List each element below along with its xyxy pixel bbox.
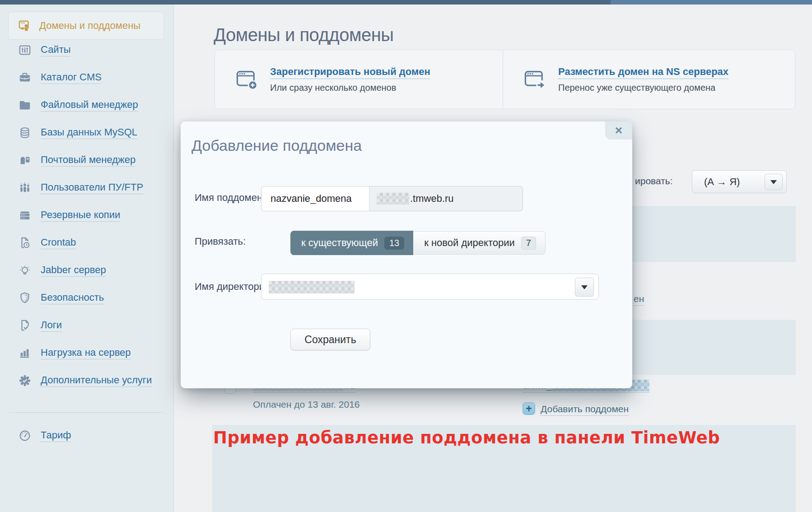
chevron-down-icon	[581, 285, 588, 289]
sidebar-item-label: Каталог CMS	[41, 71, 102, 84]
modal-close-button[interactable]: ×	[605, 121, 632, 140]
add-subdomain-modal: × Добавление поддомена Имя поддомена: .t…	[181, 121, 632, 388]
sidebar-item-label: Jabber сервер	[41, 264, 106, 277]
tariff-icon	[18, 429, 32, 442]
sidebar-divider	[9, 412, 163, 413]
register-domain-icon	[235, 68, 258, 91]
sidebar-item-cms-catalog[interactable]: Каталог CMS	[0, 64, 173, 91]
sidebar-item-label: Резервные копии	[41, 209, 120, 222]
sidebar-item-domains[interactable]: Домены и поддомены	[8, 12, 164, 40]
domain-suffix-text: .tmweb.ru	[410, 193, 454, 205]
bind-existing-directory-option[interactable]: к существующей 13	[290, 231, 413, 255]
bind-label: Привязать:	[195, 236, 246, 247]
sidebar-item-extra-services[interactable]: Дополнительные услуги	[0, 367, 173, 394]
sidebar: Домены и поддомены Сайты Каталог CMS Фай…	[0, 5, 174, 512]
cms-catalog-icon	[18, 71, 32, 84]
directory-bind-toggle: к существующей 13 к новой директории 7	[290, 231, 546, 255]
redacted-account-name	[377, 193, 409, 205]
sidebar-item-label: Сайты	[41, 44, 71, 56]
sidebar-item-server-load[interactable]: Нагрузка на сервер	[0, 339, 173, 367]
domains-icon	[18, 19, 31, 33]
sidebar-item-mysql[interactable]: Базы данных MySQL	[0, 119, 173, 146]
mysql-icon	[18, 126, 32, 140]
register-domain-subtitle: Или сразу несколько доменов	[270, 83, 430, 93]
sidebar-item-logs[interactable]: Логи	[0, 312, 173, 339]
top-accent-bar-right	[611, 0, 812, 5]
domain-suffix-field: .tmweb.ru	[369, 186, 523, 211]
host-domain-icon	[523, 68, 546, 91]
crontab-icon	[18, 236, 32, 250]
modal-title: Добавление поддомена	[191, 137, 362, 154]
timeweb-panel: Домены и поддомены Сайты Каталог CMS Фай…	[0, 0, 812, 512]
sidebar-item-label: Пользователи ПУ/FTP	[41, 182, 143, 194]
sidebar-item-security[interactable]: Безопасность	[0, 284, 173, 312]
count-badge: 13	[384, 237, 404, 250]
chevron-down-icon	[770, 180, 777, 184]
register-domain-link[interactable]: Зарегистрировать новый домен	[270, 66, 430, 79]
sort-value: (А → Я)	[692, 176, 740, 188]
sidebar-item-sites[interactable]: Сайты	[0, 36, 173, 64]
host-domain-subtitle: Перенос уже существующего домена	[558, 83, 728, 93]
sidebar-item-label: Файловый менеджер	[41, 99, 138, 112]
subdomain-name-label: Имя поддомена:	[195, 192, 271, 204]
directory-select[interactable]	[261, 274, 599, 300]
file-manager-icon	[18, 98, 32, 112]
sidebar-item-tariff[interactable]: Тариф	[0, 422, 173, 449]
sidebar-item-label: Почтовый менеджер	[41, 154, 135, 167]
logs-icon	[18, 319, 32, 332]
top-accent-bar	[0, 0, 812, 5]
annotation-caption: Пример добавление поддомена в панели Tim…	[213, 428, 720, 447]
sidebar-menu: Сайты Каталог CMS Файловый менеджер Базы…	[0, 36, 173, 394]
sidebar-item-mail-manager[interactable]: Почтовый менеджер	[0, 146, 173, 174]
directory-select-button[interactable]	[575, 278, 594, 297]
host-domain-action: Разместить домен на NS серверах Перенос …	[503, 50, 795, 109]
sidebar-item-label: Логи	[41, 319, 62, 332]
save-button[interactable]: Сохранить	[290, 329, 370, 350]
server-load-icon	[18, 346, 32, 360]
sidebar-item-label: Нагрузка на сервер	[41, 347, 131, 359]
backups-icon	[18, 209, 32, 222]
count-badge: 7	[521, 237, 536, 250]
sort-label-fragment: ировать:	[635, 176, 673, 186]
page-title: Домены и поддомены	[214, 25, 393, 45]
sidebar-item-label: Дополнительные услуги	[41, 374, 152, 387]
domain-actions-card: Зарегистрировать новый домен Или сразу н…	[215, 50, 795, 109]
mail-manager-icon	[18, 154, 32, 167]
sidebar-item-label: Базы данных MySQL	[41, 126, 137, 139]
subdomain-name-input[interactable]	[261, 186, 369, 211]
users-icon	[18, 181, 32, 195]
extra-services-icon	[18, 374, 32, 387]
sidebar-item-label: Crontab	[41, 237, 76, 249]
close-icon: ×	[615, 123, 622, 138]
sidebar-item-backups[interactable]: Резервные копии	[0, 201, 173, 229]
sidebar-item-users-ftp[interactable]: Пользователи ПУ/FTP	[0, 174, 173, 201]
sidebar-item-label: Безопасность	[41, 292, 104, 304]
sidebar-item-jabber[interactable]: Jabber сервер	[0, 256, 173, 284]
redacted-directory-name	[269, 281, 355, 293]
sidebar-item-label: Тариф	[41, 429, 71, 442]
host-domain-link[interactable]: Разместить домен на NS серверах	[558, 66, 728, 79]
register-domain-action: Зарегистрировать новый домен Или сразу н…	[215, 50, 503, 109]
sidebar-item-file-manager[interactable]: Файловый менеджер	[0, 91, 173, 119]
sort-dropdown[interactable]: (А → Я)	[692, 170, 787, 193]
security-icon	[18, 291, 32, 305]
sites-icon	[18, 43, 32, 57]
sidebar-item-crontab[interactable]: Crontab	[0, 229, 173, 256]
bind-new-directory-option[interactable]: к новой директории 7	[413, 231, 546, 255]
sort-dropdown-button[interactable]	[765, 174, 783, 190]
jabber-icon	[18, 264, 32, 277]
sidebar-item-label: Домены и поддомены	[39, 20, 140, 32]
